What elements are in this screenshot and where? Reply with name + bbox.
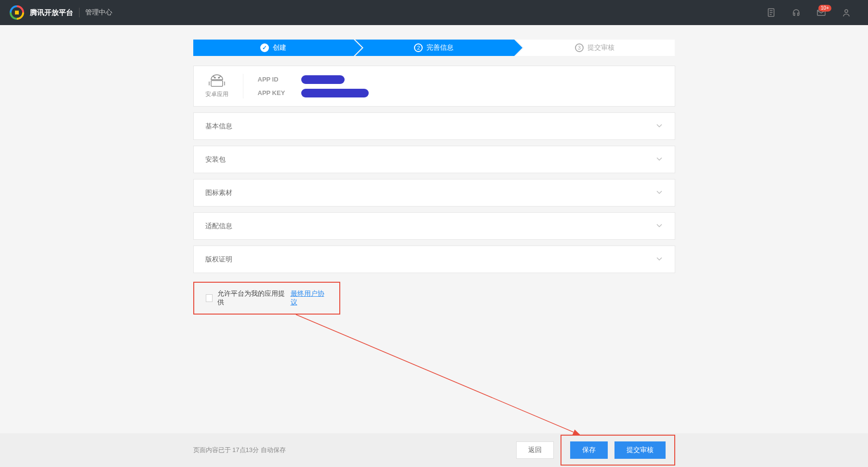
panel-title: 适配信息 [205, 222, 232, 231]
check-icon: ✓ [260, 43, 269, 52]
app-key-label: APP KEY [258, 89, 292, 96]
eula-link[interactable]: 最终用户协议 [291, 289, 328, 307]
step-label: 提交审核 [588, 43, 614, 52]
panel-install-package[interactable]: 安装包 [193, 146, 675, 173]
step-number: 3 [575, 43, 584, 52]
user-icon[interactable] [834, 0, 858, 25]
svg-rect-8 [211, 81, 223, 86]
header-title: 腾讯开放平台 [30, 8, 73, 17]
chevron-down-icon [655, 255, 663, 264]
svg-point-3 [845, 10, 848, 13]
step-label: 创建 [273, 43, 286, 52]
tencent-logo-icon [10, 5, 24, 20]
header-left: 腾讯开放平台 管理中心 [10, 5, 112, 20]
chevron-down-icon [655, 188, 663, 197]
agreement-text: 允许平台为我的应用提供 [217, 289, 285, 307]
panel-basic-info[interactable]: 基本信息 [193, 112, 675, 140]
app-info-card: 安卓应用 APP ID APP KEY [193, 66, 675, 107]
chevron-down-icon [655, 155, 663, 164]
app-type: 安卓应用 [205, 74, 243, 98]
step-create: ✓ 创建 [193, 40, 354, 56]
top-header: 腾讯开放平台 管理中心 10+ [0, 0, 868, 25]
chevron-down-icon [655, 122, 663, 131]
panel-title: 基本信息 [205, 122, 232, 131]
app-id-label: APP ID [258, 76, 292, 83]
agreement-row: 允许平台为我的应用提供 最终用户协议 [193, 282, 340, 315]
app-key-value-redacted [301, 89, 369, 97]
panel-icon-assets[interactable]: 图标素材 [193, 179, 675, 206]
header-right: 10+ [759, 0, 858, 25]
step-bar: ✓ 创建 2 完善信息 3 提交审核 [193, 40, 675, 56]
app-credentials: APP ID APP KEY [258, 75, 369, 97]
chevron-down-icon [655, 221, 663, 231]
panel-adapt-info[interactable]: 适配信息 [193, 212, 675, 240]
svg-rect-0 [15, 11, 19, 14]
svg-point-7 [218, 77, 219, 78]
svg-point-6 [214, 77, 215, 78]
step-submit-review: 3 提交审核 [514, 40, 675, 56]
panel-title: 图标素材 [205, 189, 232, 197]
app-key-row: APP KEY [258, 89, 369, 97]
app-type-label: 安卓应用 [205, 90, 228, 98]
panel-copyright[interactable]: 版权证明 [193, 246, 675, 273]
main-container: ✓ 创建 2 完善信息 3 提交审核 [193, 25, 675, 315]
docs-icon[interactable] [759, 0, 783, 25]
app-id-row: APP ID [258, 75, 369, 84]
agreement-checkbox[interactable] [206, 294, 213, 302]
header-divider [79, 8, 80, 17]
header-subtitle[interactable]: 管理中心 [85, 8, 112, 17]
step-number: 2 [414, 43, 423, 52]
android-icon [208, 74, 226, 87]
step-label: 完善信息 [427, 43, 454, 52]
support-icon[interactable] [784, 0, 808, 25]
app-id-value-redacted [301, 75, 345, 84]
panel-title: 版权证明 [205, 255, 232, 264]
mail-icon[interactable]: 10+ [809, 0, 833, 25]
mail-badge: 10+ [818, 5, 831, 12]
panel-title: 安装包 [205, 155, 226, 164]
step-complete-info: 2 完善信息 [354, 40, 514, 56]
